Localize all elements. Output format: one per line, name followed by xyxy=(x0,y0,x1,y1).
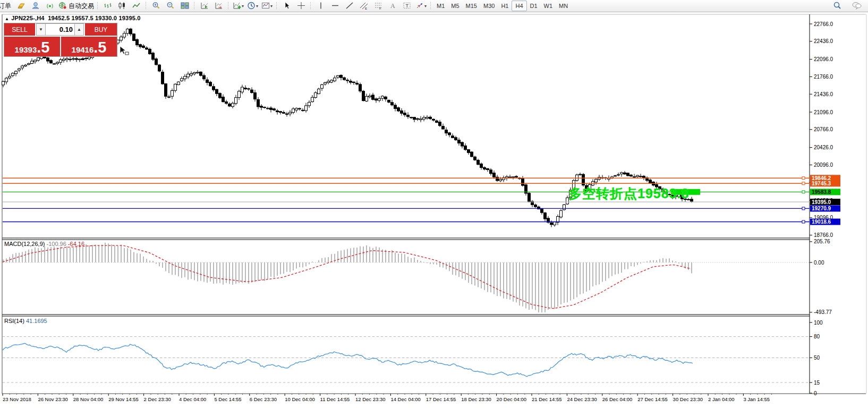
crosshair-button[interactable] xyxy=(294,1,308,11)
support-line-1-handle[interactable] xyxy=(802,207,805,210)
trendline-button[interactable] xyxy=(342,1,356,11)
timeframe-m15-button[interactable]: M15 xyxy=(463,1,480,11)
candlestick-chart-button[interactable] xyxy=(115,1,129,11)
svg-text:17 Dec 14:55: 17 Dec 14:55 xyxy=(426,396,456,402)
community-icon xyxy=(31,2,40,11)
volume-decrease-button[interactable]: ▼ xyxy=(36,23,46,36)
svg-text:23 Nov 2018: 23 Nov 2018 xyxy=(3,396,31,402)
line-chart-button[interactable] xyxy=(129,1,143,11)
sell-button[interactable]: SELL xyxy=(4,23,35,36)
vertical-line-button[interactable] xyxy=(313,1,328,11)
chat-icon xyxy=(852,1,862,11)
crosshair-icon xyxy=(297,2,305,11)
autotrading-button[interactable]: 自动交易 xyxy=(57,1,95,11)
text-label-icon: T xyxy=(403,2,411,11)
bar-chart-button[interactable] xyxy=(100,1,115,11)
volume-increase-button[interactable]: ▲ xyxy=(74,23,84,36)
arrows-icon xyxy=(415,2,424,11)
svg-text:50: 50 xyxy=(814,355,820,361)
svg-text:18 Dec 23:30: 18 Dec 23:30 xyxy=(461,396,491,402)
bar-chart-icon xyxy=(104,2,112,11)
channel-button[interactable]: E xyxy=(356,1,371,11)
svg-text:20 Dec 04:00: 20 Dec 04:00 xyxy=(497,396,527,402)
chart-shift-icon xyxy=(215,2,223,11)
buy-button[interactable]: BUY xyxy=(85,23,117,36)
timeframe-m5-button[interactable]: M5 xyxy=(448,1,462,11)
timeframe-m1-button[interactable]: M1 xyxy=(433,1,448,11)
pivot-line-handle[interactable] xyxy=(802,191,805,193)
svg-text:10 Dec 04:00: 10 Dec 04:00 xyxy=(285,396,315,402)
chart-canvas[interactable]: 22766.022436.022096.021766.021436.021096… xyxy=(0,0,868,408)
tile-windows-button[interactable] xyxy=(177,1,192,11)
rsi-panel[interactable]: 1008050150 xyxy=(3,320,823,396)
svg-text:E: E xyxy=(365,6,367,10)
chevron-down-icon: ▾ xyxy=(242,4,244,8)
sell-price-button[interactable]: 19393.5 xyxy=(4,37,60,56)
vertical-line-icon xyxy=(317,2,325,11)
resistance-line-1-handle[interactable] xyxy=(802,177,805,180)
search-icon xyxy=(832,1,842,11)
mouse-cursor-icon xyxy=(119,46,130,58)
indicators-icon xyxy=(233,2,241,11)
mt4-window: 订单自动交易▾▾▾EFAT▾M1M5M15M30H1H4D1W1MN 22766… xyxy=(0,0,868,408)
toolbar-separator xyxy=(227,2,230,10)
svg-text:28 Nov 04:00: 28 Nov 04:00 xyxy=(73,396,104,402)
new-order-button[interactable]: 订单 xyxy=(0,1,14,11)
svg-text:19018.6: 19018.6 xyxy=(812,219,831,225)
gold-icon xyxy=(17,2,26,11)
svg-text:19583.8: 19583.8 xyxy=(812,189,831,195)
arrows-button[interactable]: ▾ xyxy=(414,1,428,11)
periods-button[interactable]: ▾ xyxy=(245,1,260,11)
trendline-icon xyxy=(345,2,354,11)
svg-text:20426.0: 20426.0 xyxy=(814,144,833,150)
svg-text:15: 15 xyxy=(814,380,820,386)
pivot-annotation-text[interactable]: 多空转折点19583.8 xyxy=(568,185,689,202)
horizontal-line-button[interactable] xyxy=(328,1,342,11)
timeframe-h4-button[interactable]: H4 xyxy=(512,1,526,11)
svg-text:20766.0: 20766.0 xyxy=(814,126,833,132)
zoom-in-button[interactable] xyxy=(149,1,163,11)
time-axis[interactable]: 23 Nov 201826 Nov 23:3028 Nov 04:0029 No… xyxy=(3,394,772,402)
horizontal-lines: 19846.219745.319583.819395.019270.919018… xyxy=(3,175,840,225)
svg-text:5 Dec 14:55: 5 Dec 14:55 xyxy=(214,396,241,402)
line-chart-icon xyxy=(132,2,141,11)
collapse-panel-icon[interactable]: ▲ xyxy=(5,16,9,21)
volume-input[interactable] xyxy=(46,23,74,36)
text-button[interactable]: A xyxy=(385,1,399,11)
chat-button[interactable] xyxy=(849,1,864,11)
fibonacci-button[interactable]: F xyxy=(371,1,385,11)
zoom-in-icon xyxy=(152,2,160,11)
chart-shift-button[interactable] xyxy=(211,1,226,11)
timeframe-h1-button[interactable]: H1 xyxy=(498,1,512,11)
gold-button[interactable] xyxy=(14,1,29,11)
macd-panel[interactable]: 205.760.00-493.77 xyxy=(3,239,832,315)
timeframe-w1-button[interactable]: W1 xyxy=(541,1,556,11)
timeframe-mn-button[interactable]: MN xyxy=(556,1,571,11)
channel-icon: E xyxy=(360,2,368,11)
svg-text:4 Dec 04:00: 4 Dec 04:00 xyxy=(179,396,206,402)
svg-text:80: 80 xyxy=(814,334,820,339)
cursor-button[interactable] xyxy=(279,1,294,11)
zoom-out-button[interactable] xyxy=(163,1,177,11)
text-label-button[interactable]: T xyxy=(399,1,414,11)
support-line-2-handle[interactable] xyxy=(802,220,805,223)
search-button[interactable] xyxy=(830,1,844,11)
symbol-name: JPN225-,H4 xyxy=(11,15,45,21)
auto-scroll-button[interactable] xyxy=(197,1,211,11)
auto-scroll-icon xyxy=(200,2,209,11)
svg-text:6 Dec 23:30: 6 Dec 23:30 xyxy=(250,396,277,402)
signals-button[interactable] xyxy=(43,1,57,11)
text-icon: A xyxy=(388,2,397,11)
timeframe-m30-button[interactable]: M30 xyxy=(480,1,498,11)
candlestick-chart-icon xyxy=(118,2,126,11)
timeframe-d1-button[interactable]: D1 xyxy=(527,1,541,11)
buy-price-button[interactable]: 19416.5 xyxy=(61,37,117,56)
chevron-down-icon: ▾ xyxy=(270,4,273,8)
resistance-line-2-handle[interactable] xyxy=(802,182,805,185)
svg-text:0.00: 0.00 xyxy=(814,260,824,266)
community-button[interactable] xyxy=(29,1,43,11)
toolbar-separator xyxy=(144,2,148,10)
templates-button[interactable]: ▾ xyxy=(260,1,274,11)
rsi-line xyxy=(3,343,693,377)
indicators-button[interactable]: ▾ xyxy=(231,1,245,11)
